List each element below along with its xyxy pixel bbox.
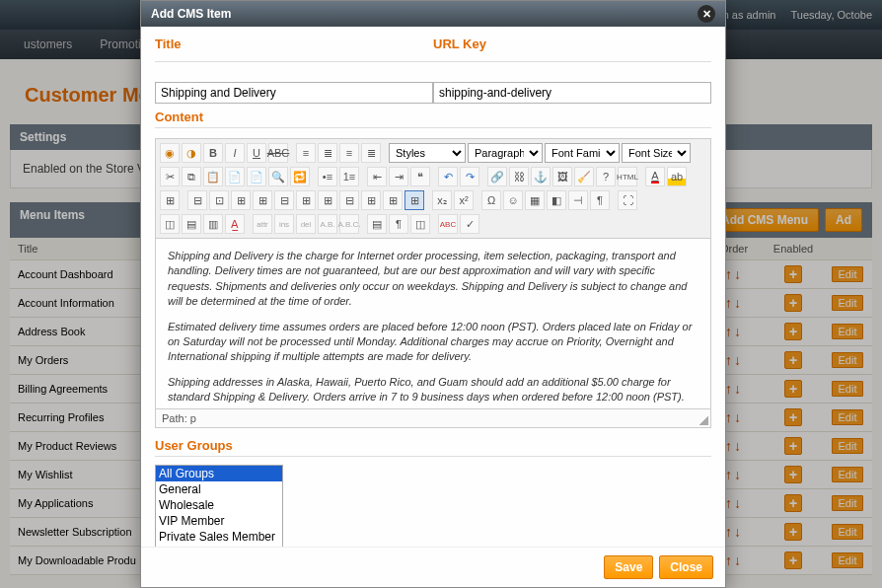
styles-select[interactable]: Styles	[389, 143, 466, 163]
split-cell-icon[interactable]: ⊞	[361, 190, 381, 210]
user-groups-listbox[interactable]: All GroupsGeneralWholesaleVIP MemberPriv…	[155, 465, 283, 547]
find-icon[interactable]: 🔍	[268, 167, 288, 186]
urlkey-input[interactable]	[433, 82, 711, 104]
forecolor-icon[interactable]: A	[645, 167, 665, 186]
content-para-1: Shipping and Delivery is the charge for …	[168, 249, 698, 310]
cell-props-icon[interactable]: ⊡	[209, 190, 229, 210]
paragraph-select[interactable]: Paragraph	[468, 143, 543, 163]
media-icon[interactable]: ▦	[525, 190, 545, 210]
paste-text-icon[interactable]: 📄	[225, 167, 245, 186]
wysiwyg-toolbar: ◉ ◑ B I U ABC ≡ ≣ ≡ ≣ Styles Paragraph F…	[155, 138, 711, 238]
moveforward-icon[interactable]: ▤	[182, 214, 201, 234]
align-left-icon[interactable]: ≡	[296, 143, 316, 163]
outdent-icon[interactable]: ⇤	[367, 167, 387, 186]
content-para-2: Estimated delivery time assumes orders a…	[168, 320, 698, 365]
strike-icon[interactable]: ABC	[268, 143, 288, 163]
close-icon[interactable]: ✕	[698, 5, 715, 23]
align-justify-icon[interactable]: ≣	[361, 143, 381, 163]
del-icon[interactable]: del	[296, 214, 316, 234]
pagebreak-icon[interactable]: ⊣	[568, 190, 588, 210]
group-option[interactable]: Private Sales Member	[156, 529, 282, 545]
redo-icon[interactable]: ↷	[460, 167, 479, 186]
anchor-icon[interactable]: ⚓	[531, 167, 551, 186]
print-icon[interactable]: ¶	[590, 190, 610, 210]
undo-icon[interactable]: ↶	[438, 167, 458, 186]
italic-icon[interactable]: I	[225, 143, 245, 163]
close-button[interactable]: Close	[659, 555, 713, 579]
moveback-icon[interactable]: ▥	[203, 214, 223, 234]
title-label: Title	[155, 37, 433, 51]
group-option[interactable]: General	[156, 481, 282, 497]
content-editor[interactable]: Shipping and Delivery is the charge for …	[155, 238, 711, 409]
copy-icon[interactable]: ⧉	[182, 167, 201, 186]
user-groups-label: User Groups	[155, 438, 711, 457]
attr-icon[interactable]: attr	[253, 214, 272, 234]
group-option[interactable]: Wholesale	[156, 497, 282, 513]
bold-icon[interactable]: B	[203, 143, 223, 163]
delete-col-icon[interactable]: ⊟	[339, 190, 359, 210]
editor-path: Path: p	[155, 409, 711, 428]
fullscreen-icon[interactable]: ⛶	[618, 190, 637, 210]
content-label: Content	[155, 110, 711, 128]
spell2-icon[interactable]: ✓	[460, 214, 479, 234]
urlkey-label: URL Key	[433, 37, 711, 51]
visualblocks-icon[interactable]: ◫	[410, 214, 430, 234]
clean-icon[interactable]: 🧹	[574, 167, 594, 186]
image-icon[interactable]: 🖼	[552, 167, 572, 186]
paste-word-icon[interactable]: 📄	[247, 167, 266, 186]
newdoc-icon[interactable]: ◑	[182, 143, 201, 163]
source-icon[interactable]: ◉	[160, 143, 180, 163]
template-icon[interactable]: ▤	[367, 214, 387, 234]
help-icon[interactable]: ?	[596, 167, 616, 186]
add-cms-item-modal: Add CMS Item ✕ Title URL Key Content ◉ ◑…	[140, 0, 726, 588]
bullet-list-icon[interactable]: •≡	[318, 167, 337, 186]
emot-icon[interactable]: ☺	[503, 190, 523, 210]
group-option[interactable]: All Groups	[156, 466, 282, 481]
merge-cell-icon[interactable]: ⊞	[383, 190, 403, 210]
char-icon[interactable]: Ω	[481, 190, 501, 210]
number-list-icon[interactable]: 1≡	[339, 167, 359, 186]
unlink-icon[interactable]: ⛓	[509, 167, 529, 186]
iframe-icon[interactable]: ◧	[547, 190, 566, 210]
table-icon[interactable]: ⊞	[160, 190, 180, 210]
save-button[interactable]: Save	[604, 555, 653, 579]
paste-icon[interactable]: 📋	[203, 167, 223, 186]
col-after-icon[interactable]: ⊞	[318, 190, 337, 210]
modal-header: Add CMS Item ✕	[141, 1, 725, 27]
spell1-icon[interactable]: ABC	[438, 214, 458, 234]
underline-icon[interactable]: U	[247, 143, 266, 163]
align-center-icon[interactable]: ≣	[318, 143, 337, 163]
modal-title: Add CMS Item	[151, 7, 698, 21]
font-size-select[interactable]: Font Size	[622, 143, 691, 163]
title-input[interactable]	[155, 82, 433, 104]
table-controls-icon[interactable]: ⊞	[404, 190, 424, 210]
row-props-icon[interactable]: ⊟	[187, 190, 207, 210]
blockquote-icon[interactable]: ❝	[410, 167, 430, 186]
align-right-icon[interactable]: ≡	[339, 143, 359, 163]
row-after-icon[interactable]: ⊞	[253, 190, 272, 210]
replace-icon[interactable]: 🔁	[290, 167, 310, 186]
group-option[interactable]: VIP Member	[156, 513, 282, 529]
visualchars-icon[interactable]: ¶	[389, 214, 408, 234]
sub-icon[interactable]: x₂	[432, 190, 452, 210]
abbr-icon[interactable]: A.B.	[318, 214, 337, 234]
row-before-icon[interactable]: ⊞	[231, 190, 251, 210]
abs-icon[interactable]: A̲	[225, 214, 245, 234]
content-para-3: Shipping addresses in Alaska, Hawaii, Pu…	[168, 375, 698, 405]
sup-icon[interactable]: x²	[454, 190, 474, 210]
delete-row-icon[interactable]: ⊟	[274, 190, 294, 210]
backcolor-icon[interactable]: ab	[667, 167, 687, 186]
resize-grip-icon[interactable]	[698, 415, 708, 425]
cut-icon[interactable]: ✂	[160, 167, 180, 186]
link-icon[interactable]: 🔗	[487, 167, 507, 186]
acronym-icon[interactable]: A.B.C.	[339, 214, 359, 234]
indent-icon[interactable]: ⇥	[389, 167, 408, 186]
layer-icon[interactable]: ◫	[160, 214, 180, 234]
html-icon[interactable]: HTML	[618, 167, 637, 186]
font-family-select[interactable]: Font Family	[545, 143, 620, 163]
ins-icon[interactable]: ins	[274, 214, 294, 234]
col-before-icon[interactable]: ⊞	[296, 190, 316, 210]
